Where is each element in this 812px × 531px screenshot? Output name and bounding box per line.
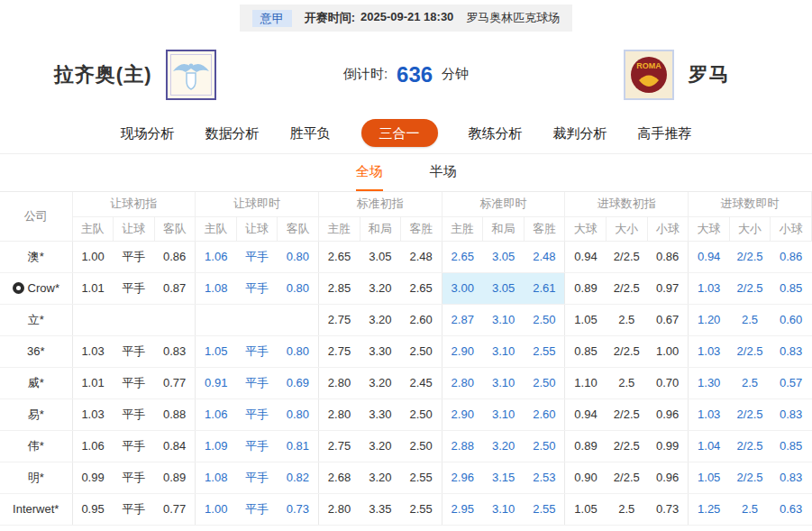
odds-cell[interactable]: 1.01 <box>72 367 114 398</box>
odds-cell[interactable]: 2.80 <box>318 398 360 430</box>
odds-cell[interactable]: 平手 <box>114 272 155 304</box>
odds-cell[interactable]: 3.10 <box>483 367 525 398</box>
odds-cell[interactable]: 2/2.5 <box>729 430 771 462</box>
odds-cell[interactable]: 平手 <box>114 398 155 430</box>
odds-cell[interactable]: 2.80 <box>318 367 360 398</box>
odds-cell[interactable]: 3.10 <box>483 304 525 335</box>
odds-cell[interactable]: 2.5 <box>729 304 771 335</box>
odds-cell[interactable]: 0.91 <box>196 367 237 398</box>
odds-cell[interactable]: 3.35 <box>360 493 401 525</box>
odds-cell[interactable]: 平手 <box>236 241 278 272</box>
odds-cell[interactable]: 0.77 <box>154 367 196 398</box>
odds-cell[interactable]: 1.25 <box>689 493 730 525</box>
odds-cell[interactable]: 0.89 <box>565 430 607 462</box>
odds-cell[interactable]: 2.55 <box>401 462 442 493</box>
bookmaker-name[interactable]: Interwet* <box>0 493 72 525</box>
nav-tab-coach-analysis[interactable]: 教练分析 <box>469 126 523 140</box>
odds-cell[interactable]: 平手 <box>236 398 278 430</box>
odds-cell[interactable]: 1.10 <box>565 367 607 398</box>
odds-cell[interactable]: 1.03 <box>689 272 730 304</box>
odds-cell[interactable]: 2.95 <box>442 493 483 525</box>
odds-cell[interactable]: 平手 <box>114 462 155 493</box>
odds-cell[interactable]: 2.5 <box>607 367 648 398</box>
subtab-full-time[interactable]: 全场 <box>356 154 383 191</box>
odds-cell[interactable]: 1.03 <box>689 335 730 367</box>
odds-cell[interactable]: 0.63 <box>771 493 812 525</box>
odds-cell[interactable]: 2.90 <box>442 335 483 367</box>
odds-cell[interactable]: 0.90 <box>565 462 607 493</box>
odds-cell[interactable]: 0.80 <box>278 335 319 367</box>
odds-cell[interactable]: 2.88 <box>442 430 483 462</box>
odds-cell[interactable]: 2.55 <box>524 335 565 367</box>
odds-cell[interactable]: 0.95 <box>72 493 114 525</box>
odds-cell[interactable]: 0.96 <box>647 462 689 493</box>
odds-cell[interactable] <box>196 304 237 335</box>
odds-cell[interactable]: 3.10 <box>483 493 525 525</box>
odds-cell[interactable]: 0.96 <box>647 398 689 430</box>
odds-cell[interactable]: 2.53 <box>524 462 565 493</box>
odds-cell[interactable]: 2.50 <box>524 430 565 462</box>
odds-cell[interactable]: 2/2.5 <box>607 241 648 272</box>
odds-cell[interactable]: 2.48 <box>401 241 442 272</box>
odds-cell[interactable]: 0.83 <box>154 335 196 367</box>
odds-cell[interactable]: 平手 <box>114 241 155 272</box>
odds-cell[interactable]: 3.05 <box>360 241 401 272</box>
odds-cell[interactable]: 0.87 <box>154 272 196 304</box>
odds-cell[interactable]: 0.57 <box>771 367 812 398</box>
odds-cell[interactable]: 0.77 <box>154 493 196 525</box>
odds-cell[interactable]: 1.06 <box>196 241 237 272</box>
bookmaker-name[interactable]: 明* <box>0 462 72 493</box>
odds-cell[interactable]: 1.06 <box>196 398 237 430</box>
odds-cell[interactable]: 3.05 <box>483 272 525 304</box>
odds-cell[interactable]: 2/2.5 <box>729 241 771 272</box>
odds-cell[interactable]: 3.20 <box>360 462 401 493</box>
odds-cell[interactable]: 2.50 <box>401 335 442 367</box>
odds-cell[interactable]: 0.99 <box>647 430 689 462</box>
odds-cell[interactable]: 0.88 <box>154 398 196 430</box>
bookmaker-name[interactable]: 伟* <box>0 430 72 462</box>
odds-cell[interactable]: 2/2.5 <box>729 335 771 367</box>
odds-cell[interactable]: 2.80 <box>318 493 360 525</box>
odds-cell[interactable] <box>114 304 155 335</box>
odds-cell[interactable]: 0.85 <box>771 430 812 462</box>
odds-cell[interactable]: 2.60 <box>524 398 565 430</box>
odds-cell[interactable]: 3.10 <box>483 398 525 430</box>
odds-cell[interactable]: 3.20 <box>483 430 525 462</box>
odds-cell[interactable]: 0.69 <box>278 367 319 398</box>
odds-cell[interactable]: 0.80 <box>278 398 319 430</box>
odds-cell[interactable]: 0.97 <box>647 272 689 304</box>
odds-cell[interactable] <box>72 304 114 335</box>
odds-cell[interactable]: 0.86 <box>647 241 689 272</box>
odds-cell[interactable]: 0.89 <box>565 272 607 304</box>
odds-cell[interactable]: 1.20 <box>689 304 730 335</box>
odds-cell[interactable]: 1.00 <box>196 493 237 525</box>
bookmaker-name[interactable]: 威* <box>0 367 72 398</box>
odds-cell[interactable]: 2.45 <box>401 367 442 398</box>
odds-cell[interactable] <box>154 304 196 335</box>
odds-cell[interactable]: 2.55 <box>524 493 565 525</box>
odds-cell[interactable]: 0.82 <box>278 462 319 493</box>
odds-cell[interactable]: 2.75 <box>318 335 360 367</box>
nav-tab-three-in-one[interactable]: 三合一 <box>361 119 438 147</box>
odds-cell[interactable]: 1.00 <box>72 241 114 272</box>
odds-cell[interactable]: 2.5 <box>729 367 771 398</box>
odds-cell[interactable]: 2.55 <box>401 493 442 525</box>
subtab-half-time[interactable]: 半场 <box>430 154 457 191</box>
odds-cell[interactable] <box>278 304 319 335</box>
odds-cell[interactable]: 0.67 <box>647 304 689 335</box>
odds-cell[interactable]: 平手 <box>114 335 155 367</box>
odds-cell[interactable]: 3.20 <box>360 430 401 462</box>
odds-cell[interactable]: 2.65 <box>318 241 360 272</box>
odds-cell[interactable]: 0.70 <box>647 367 689 398</box>
odds-cell[interactable]: 2.50 <box>524 304 565 335</box>
odds-cell[interactable]: 2/2.5 <box>607 462 648 493</box>
odds-cell[interactable]: 2.48 <box>524 241 565 272</box>
odds-cell[interactable]: 2/2.5 <box>729 462 771 493</box>
nav-tab-data-analysis[interactable]: 数据分析 <box>205 126 260 140</box>
odds-cell[interactable]: 1.08 <box>196 462 237 493</box>
odds-cell[interactable]: 3.15 <box>483 462 525 493</box>
odds-cell[interactable]: 2.5 <box>607 304 648 335</box>
odds-cell[interactable]: 0.60 <box>771 304 812 335</box>
bookmaker-name[interactable]: 易* <box>0 398 72 430</box>
odds-cell[interactable]: 1.05 <box>689 462 730 493</box>
